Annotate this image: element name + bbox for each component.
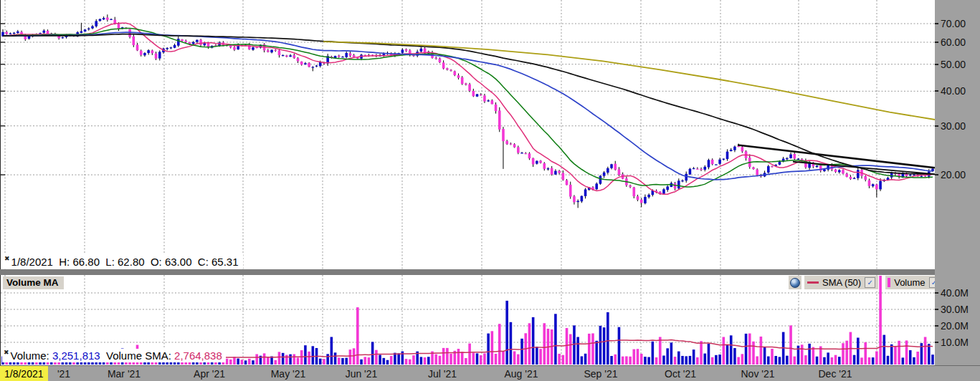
price-axis-label: 60.00 — [941, 37, 966, 48]
date-axis-label: Aug '21 — [504, 368, 538, 380]
date-axis-label: Jun '21 — [346, 368, 378, 380]
price-axis[interactable]: 70.0060.0050.0040.0030.0020.0040.0M30.0M… — [935, 0, 980, 381]
volume-pane-title: Volume MA — [3, 276, 64, 289]
volume-value: 3,251,813 — [52, 349, 100, 362]
volume-axis-label: 10.0M — [941, 337, 969, 348]
volume-axis-tick — [935, 325, 938, 327]
low-label: L: — [105, 256, 115, 268]
date-axis-label: Sep '21 — [584, 368, 617, 380]
volume-axis-tick — [935, 309, 938, 310]
status-date: 1/8/2021 — [11, 256, 53, 268]
price-axis-label: 50.00 — [941, 59, 966, 70]
volume-axis-tick — [935, 342, 938, 343]
volume-axis-label: 20.0M — [941, 320, 969, 332]
price-axis-tick — [935, 174, 938, 175]
sma-dropdown-button[interactable]: ✓ — [865, 277, 875, 288]
date-axis-label: Dec '21 — [818, 368, 852, 380]
price-axis-tick — [935, 125, 938, 127]
date-axis-label: Jul '21 — [428, 368, 457, 380]
sma-legend-label: SMA (50) — [822, 277, 861, 288]
price-axis-label: 30.00 — [941, 120, 966, 132]
date-axis[interactable]: 1/8/2021 '21Mar '21Apr '21May '21Jun '21… — [0, 365, 980, 381]
high-value: 66.80 — [72, 256, 100, 268]
price-chart-pane[interactable]: ✖ 1/8/2021 H: 66.80 L: 62.80 O: 63.00 C:… — [0, 0, 936, 269]
close-label: C: — [198, 256, 209, 268]
open-label: O: — [151, 256, 162, 268]
volume-axis-label: 30.0M — [941, 304, 969, 315]
globe-icon — [790, 278, 800, 288]
volume-axis-label: 40.0M — [941, 287, 969, 299]
price-axis-tick — [935, 90, 938, 92]
close-value: 65.31 — [211, 256, 239, 268]
price-status-readout: ✖ 1/8/2021 H: 66.80 L: 62.80 O: 63.00 C:… — [3, 254, 243, 269]
sma-line-swatch — [807, 281, 819, 284]
close-icon[interactable]: ✖ — [4, 256, 10, 262]
date-axis-label: Nov '21 — [741, 368, 774, 380]
date-axis-label: Oct '21 — [665, 368, 696, 380]
price-chart-canvas[interactable] — [1, 0, 936, 269]
volume-axis-tick — [935, 292, 938, 294]
volume-sma-value: 2,764,838 — [174, 349, 222, 362]
date-axis-label: Apr '21 — [194, 368, 225, 380]
volume-label: Volume: — [11, 349, 49, 362]
indicator-settings-button[interactable] — [789, 276, 801, 289]
price-axis-tick — [935, 23, 938, 24]
high-label: H: — [59, 256, 70, 268]
date-axis-label: '21 — [57, 368, 70, 380]
volume-bar-swatch — [888, 278, 890, 287]
price-axis-label: 20.00 — [941, 169, 966, 180]
chart-window: ✖ 1/8/2021 H: 66.80 L: 62.80 O: 63.00 C:… — [0, 0, 980, 381]
price-axis-label: 70.00 — [941, 18, 966, 29]
date-axis-label: Mar '21 — [108, 368, 141, 380]
close-icon[interactable]: ✖ — [4, 349, 9, 356]
volume-legend-item: Volume ✓ — [885, 276, 941, 289]
volume-legend-label: Volume — [894, 277, 925, 288]
volume-status-readout: ✖ Volume: 3,251,813 Volume SMA: 2,764,83… — [2, 349, 226, 362]
open-value: 63.00 — [165, 256, 192, 268]
price-axis-tick — [935, 42, 938, 43]
price-axis-tick — [935, 64, 938, 65]
price-axis-label: 40.00 — [941, 85, 966, 97]
date-axis-label: May '21 — [271, 368, 306, 380]
crosshair-date-chip: 1/8/2021 — [0, 366, 48, 381]
low-value: 62.80 — [118, 256, 145, 268]
pane-divider[interactable] — [0, 269, 980, 275]
volume-legend: SMA (50) ✓ Volume ✓ — [789, 276, 942, 289]
volume-sma-label: Volume SMA: — [106, 349, 171, 362]
volume-sma-legend-item: SMA (50) ✓ — [804, 276, 878, 289]
